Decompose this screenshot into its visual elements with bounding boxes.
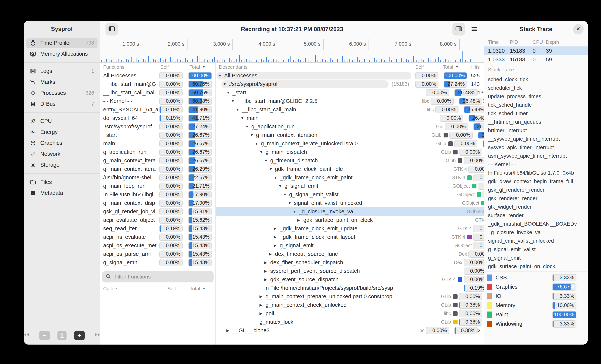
stack-frame[interactable]: scheduler_tick: [484, 84, 588, 92]
tree-row[interactable]: ▼_gdk_frame_clock_emit_paintGTK 40.00%5.…: [216, 173, 484, 182]
expander-open-icon[interactable]: ▼: [236, 108, 242, 112]
expander-closed-icon[interactable]: ▶: [274, 243, 280, 248]
stack-frame[interactable]: gtk_widget_render: [484, 202, 588, 211]
stack-frame[interactable]: tick_sched_handle: [484, 101, 588, 109]
table-row[interactable]: - - Kernel - -0.00%60.38%: [100, 97, 215, 105]
expander-open-icon[interactable]: ▼: [226, 91, 232, 95]
table-row[interactable]: __libc_start_call_mai0.00%60.76%: [100, 88, 215, 97]
sidebar-item-d-bus[interactable]: D-Bus7: [26, 98, 98, 109]
expander-open-icon[interactable]: ▼: [283, 192, 289, 197]
table-row[interactable]: _start0.00%26.67%: [100, 131, 215, 139]
tree-row[interactable]: ▼main0.00%26.48%139: [216, 114, 484, 122]
table-row[interactable]: main0.00%26.67%: [100, 139, 215, 148]
stack-frame[interactable]: __sysvec_apic_timer_interrupt: [484, 135, 588, 143]
filter-functions-searchbox[interactable]: [102, 271, 214, 282]
tree-row[interactable]: ▼./src/sysprof/sysprof(15183)0.00%27.24%…: [216, 80, 484, 88]
stack-frame[interactable]: __hrtimer_run_queues: [484, 118, 588, 126]
callers-column-header[interactable]: Callers: [103, 286, 168, 292]
stack-frame[interactable]: g_signal_emit: [484, 254, 588, 262]
expander-closed-icon[interactable]: ▶: [274, 235, 280, 239]
tree-row[interactable]: ▶g_signal_emitGObject0.00%0.19%1: [216, 241, 484, 250]
table-row[interactable]: seq_read_iter0.19%15.43%: [100, 224, 215, 233]
tree-row[interactable]: ▼g_signal_emit_valistGObject0.00%5.71%30: [216, 190, 484, 199]
tree-row[interactable]: ▶__GI___clone3libc0.00%0.38%2: [216, 326, 484, 335]
stack-frame[interactable]: In File /usr/lib64/libGL.so.1.7.0+0x4b: [484, 169, 588, 177]
table-row[interactable]: g_main_context_itera0.00%26.29%: [100, 165, 215, 173]
table-row[interactable]: g_main_loop_run0.00%21.71%: [100, 182, 215, 190]
expander-open-icon[interactable]: ▼: [260, 150, 266, 154]
stack-frame[interactable]: gdk_surface_paint_on_clock: [484, 262, 588, 270]
table-row[interactable]: ./src/sysprof/sysprof0.00%27.24%: [100, 122, 215, 131]
tree-row[interactable]: ▶dex_timeout_source_funcDex0.00%0.57%3: [216, 250, 484, 258]
tree-row[interactable]: ▼signal_emit_valist_unlockedGObject0.00%…: [216, 199, 484, 207]
functions-column-header[interactable]: Functions: [103, 64, 159, 70]
stack-frame[interactable]: gdk_draw_context_begin_frame_full: [484, 177, 588, 186]
table-row[interactable]: entry_SYSCALL_64_a0.19%41.90%: [100, 105, 215, 114]
expander-open-icon[interactable]: ▼: [264, 159, 270, 163]
tree-row[interactable]: g_mutex_lockGLib0.38%0.38%2: [216, 318, 484, 326]
expander-open-icon[interactable]: ▼: [245, 125, 251, 129]
expander-open-icon[interactable]: ▼: [223, 82, 229, 86]
hits-column-header[interactable]: Hits: [459, 64, 484, 70]
stack-frame[interactable]: gsk_renderer_render: [484, 194, 588, 202]
menu-button[interactable]: [470, 25, 479, 34]
timeline-ruler[interactable]: 1.000 s2.000 s3.000 s4.000 s5.000 s6.000…: [100, 38, 484, 50]
sample-row[interactable]: 1.033315183059: [484, 55, 588, 64]
callers-self-column-header[interactable]: Self: [168, 286, 186, 292]
descendants-self-column-header[interactable]: Self: [415, 64, 443, 70]
table-row[interactable]: acpi_ps_parse_aml0.00%15.43%: [100, 250, 215, 258]
stack-frame[interactable]: - - Kernel - -: [484, 160, 588, 169]
sidebar-item-time-profiler[interactable]: Time Profiler798: [26, 38, 98, 48]
zoom-reset-button[interactable]: 1: [58, 331, 67, 340]
descendants-total-column-header[interactable]: Total: [443, 64, 453, 70]
expander-open-icon[interactable]: ▼: [278, 184, 284, 188]
depth-column-header[interactable]: Depth: [546, 39, 588, 45]
stack-frame[interactable]: signal_emit_valist_unlocked: [484, 237, 588, 245]
sidebar-item-files[interactable]: Files: [26, 177, 98, 187]
stack-frame[interactable]: hrtimer_interrupt: [484, 126, 588, 135]
tree-row[interactable]: ▶gdk_event_source_dispatchGTK 40.00%0.38…: [216, 275, 484, 284]
expander-open-icon[interactable]: ▼: [255, 142, 261, 146]
tree-row[interactable]: ▼g_main_context_iterationGLib0.00%26.48%…: [216, 131, 484, 139]
expander-closed-icon[interactable]: ▶: [297, 218, 303, 222]
zoom-out-button[interactable]: −: [39, 331, 50, 340]
table-row[interactable]: gsk_gl_render_job_vi0.00%15.81%: [100, 207, 215, 216]
sidebar-item-energy[interactable]: Energy: [26, 127, 98, 137]
expander-closed-icon[interactable]: ▶: [260, 303, 266, 307]
table-row[interactable]: g_main_context_disp0.00%17.90%: [100, 199, 215, 207]
tree-row[interactable]: ▼All Processes0.00%100.00%525: [216, 71, 484, 80]
tree-row[interactable]: ▼g_timeout_dispatchGLib0.00%7.62%40: [216, 156, 484, 165]
cpu-column-header[interactable]: CPU: [533, 39, 546, 45]
table-row[interactable]: g_main_context_itera0.00%26.67%: [100, 156, 215, 165]
tree-row[interactable]: ▼__libc_start_main@GLIBC_2.2.5libc0.00%2…: [216, 97, 484, 105]
stack-frame[interactable]: tick_sched_timer: [484, 109, 588, 118]
seek-backward-button[interactable]: [24, 331, 32, 340]
sidebar-item-graphics[interactable]: Graphics: [26, 138, 98, 148]
table-row[interactable]: __libc_start_main@G0.00%60.76%: [100, 80, 215, 88]
expander-open-icon[interactable]: ▼: [288, 201, 294, 205]
tree-row[interactable]: ▶_gdk_frame_clock_emit_layoutGTK 40.00%0…: [216, 233, 484, 241]
sidebar-item-memory-allocations[interactable]: Memory Allocations: [26, 48, 98, 59]
tree-row[interactable]: ▶g_main_context_prepare_unlocked.part.0.…: [216, 292, 484, 301]
stack-frame[interactable]: gsk_gl_renderer_render: [484, 186, 588, 194]
tree-row[interactable]: ▼gdk_frame_clock_paint_idleGTK 40.00%7.0…: [216, 165, 484, 173]
stack-frame[interactable]: asm_sysvec_apic_timer_interrupt: [484, 152, 588, 160]
sidebar-item-storage[interactable]: Storage: [26, 160, 98, 170]
stack-frame[interactable]: g_signal_emit_valist: [484, 245, 588, 254]
filter-functions-input[interactable]: [114, 274, 210, 280]
expander-closed-icon[interactable]: ▶: [226, 328, 232, 333]
table-row[interactable]: All Processes0.00%100.00%: [100, 71, 215, 80]
table-row[interactable]: g_application_run0.00%26.67%: [100, 148, 215, 156]
tree-row[interactable]: ▼g_main_context_iterate_unlocked.isra.0G…: [216, 139, 484, 148]
tree-row[interactable]: ▶_gdk_frame_clock_emit_updateGTK 40.00%0…: [216, 224, 484, 233]
toggle-stack-panel-button[interactable]: [452, 23, 465, 36]
expander-closed-icon[interactable]: ▶: [260, 294, 266, 299]
stack-frame[interactable]: sched_clock_tick: [484, 75, 588, 84]
callers-total-column-header[interactable]: Total: [190, 286, 200, 292]
expander-closed-icon[interactable]: ▶: [264, 260, 270, 265]
pid-column-header[interactable]: PID: [510, 39, 533, 45]
expander-closed-icon[interactable]: ▶: [274, 226, 280, 231]
close-stack-panel-button[interactable]: [573, 24, 584, 35]
tree-row[interactable]: ▼_g_closure_invoke_vaGObject0.00%5.71%30: [216, 207, 484, 216]
descendants-column-header[interactable]: Descendants: [219, 64, 415, 70]
